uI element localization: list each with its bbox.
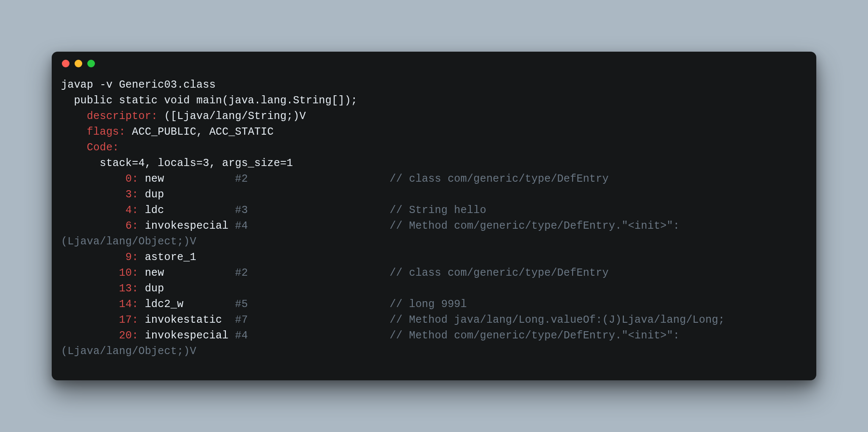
minimize-icon[interactable] (75, 60, 82, 67)
terminal-window: javap -v Generic03.class public static v… (52, 52, 816, 380)
close-icon[interactable] (62, 60, 70, 67)
code-block: javap -v Generic03.class public static v… (52, 75, 816, 363)
window-titlebar (52, 52, 816, 75)
zoom-icon[interactable] (87, 60, 95, 67)
page-background: javap -v Generic03.class public static v… (0, 0, 868, 432)
